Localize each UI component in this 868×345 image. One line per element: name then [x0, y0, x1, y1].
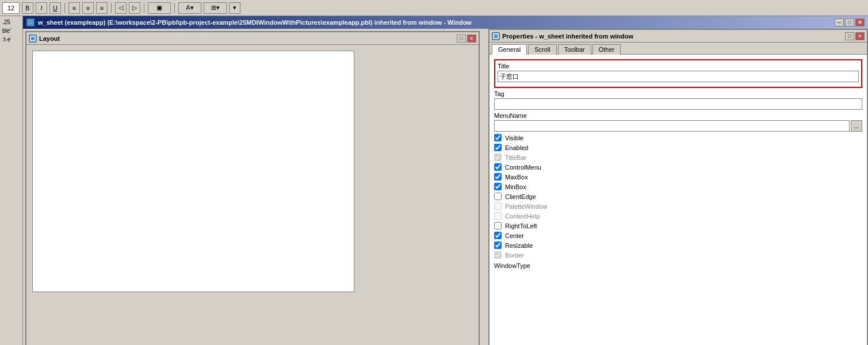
clientedge-label: ClientEdge [505, 193, 536, 200]
layout-panel-title-left: Layout [29, 34, 60, 43]
props-title-left: Properties - w_sheet inherited from wind… [492, 32, 633, 40]
windowtype-label: WindowType [494, 262, 862, 269]
toolbar-btn-3[interactable]: ▣ [148, 2, 171, 14]
props-titlebar: Properties - w_sheet inherited from wind… [490, 30, 867, 43]
maxbox-checkbox[interactable] [494, 173, 502, 181]
tab-general[interactable]: General [492, 44, 527, 55]
left-strip-item-3: :t-e [1, 36, 21, 43]
props-close-button[interactable]: ✕ [855, 32, 865, 40]
separator-2 [111, 3, 112, 13]
title-label: Title [498, 63, 859, 70]
checkbox-maxbox: MaxBox [494, 173, 862, 181]
tag-input[interactable] [494, 98, 862, 110]
minbox-checkbox[interactable] [494, 183, 502, 190]
border-checkbox [494, 251, 502, 259]
menuname-input[interactable] [494, 120, 850, 132]
toolbar-btn-4[interactable]: A▾ [178, 2, 201, 14]
mdi-title-text: w_sheet (exampleapp) (E:\workspace\2-PB\… [38, 19, 835, 26]
separator-1 [64, 3, 65, 13]
layout-panel-buttons: □ ✕ [457, 34, 476, 43]
title-row: Title [498, 63, 859, 82]
palettewindow-checkbox [494, 202, 502, 210]
toolbar-btn-6[interactable]: ▾ [229, 2, 240, 14]
checkbox-border: Border [494, 251, 862, 259]
svg-rect-1 [494, 34, 498, 39]
visible-label: Visible [505, 135, 523, 141]
left-strip-item-2: ble' [1, 27, 21, 34]
menuname-row: MenuName ... [494, 112, 862, 132]
bold-button[interactable]: B [22, 2, 33, 14]
righttoleft-label: RightToLeft [505, 223, 537, 229]
enabled-checkbox[interactable] [494, 144, 502, 151]
main-area: □ w_sheet (exampleapp) (E:\workspace\2-P… [23, 16, 868, 345]
align-left-button[interactable]: ≡ [68, 2, 80, 14]
tab-other[interactable]: Other [592, 44, 621, 55]
tab-scroll[interactable]: Scroll [528, 44, 557, 55]
mdi-title-icon: □ [26, 18, 35, 26]
maxbox-label: MaxBox [505, 174, 528, 181]
controlmenu-checkbox[interactable] [494, 163, 502, 171]
align-right-button[interactable]: ≡ [96, 2, 108, 14]
mdi-titlebar: □ w_sheet (exampleapp) (E:\workspace\2-P… [23, 16, 868, 29]
center-label: Center [505, 232, 524, 239]
font-size-input[interactable] [2, 2, 20, 14]
menuname-ellipsis-button[interactable]: ... [851, 120, 862, 132]
center-checkbox[interactable] [494, 232, 502, 239]
close-button[interactable]: ✕ [855, 18, 865, 26]
checkbox-righttoleft: RightToLeft [494, 222, 862, 229]
toolbar-btn-1[interactable]: ◁ [115, 2, 127, 14]
checkbox-center: Center [494, 232, 862, 239]
separator-3 [144, 3, 144, 13]
contexthelp-label: ContextHelp [505, 213, 540, 220]
separator-4 [174, 3, 175, 13]
italic-button[interactable]: I [36, 2, 47, 14]
titlebar-checkbox [494, 154, 502, 161]
title-input[interactable] [498, 71, 859, 82]
layout-close-button[interactable]: ✕ [467, 34, 476, 43]
checkbox-palettewindow: PaletteWindow [494, 202, 862, 210]
title-highlight: Title [494, 59, 862, 88]
controlmenu-label: ControlMenu [505, 164, 541, 171]
windowtype-row: WindowType [494, 262, 862, 269]
properties-panel: Properties - w_sheet inherited from wind… [488, 29, 868, 345]
resizable-checkbox[interactable] [494, 241, 502, 249]
tag-row: Tag [494, 90, 862, 110]
minimize-button[interactable]: ─ [835, 18, 844, 26]
checkboxes-container: Visible Enabled TitleBar ControlMen [494, 134, 862, 259]
mdi-win-buttons: ─ □ ✕ [835, 18, 865, 26]
underline-button[interactable]: U [49, 2, 61, 14]
tag-label: Tag [494, 90, 862, 97]
resizable-label: Resizable [505, 242, 533, 249]
righttoleft-checkbox[interactable] [494, 222, 502, 229]
minbox-label: MinBox [505, 183, 526, 190]
props-content: Title Tag MenuName ... [490, 55, 867, 276]
toolbar-btn-5[interactable]: ⊞▾ [204, 2, 227, 14]
tab-toolbar[interactable]: Toolbar [558, 44, 591, 55]
props-panel-title: Properties - w_sheet inherited from wind… [502, 33, 633, 40]
menuname-input-row: ... [494, 120, 862, 132]
props-maximize-button[interactable]: □ [845, 32, 854, 40]
props-scroll[interactable]: Title Tag MenuName ... [490, 55, 867, 345]
checkbox-enabled: Enabled [494, 144, 862, 151]
layout-maximize-button[interactable]: □ [457, 34, 466, 43]
layout-panel-title: Layout [39, 35, 60, 42]
maximize-button[interactable]: □ [845, 18, 854, 26]
layout-panel: Layout □ ✕ [25, 31, 480, 345]
checkbox-titlebar: TitleBar [494, 154, 862, 161]
layout-panel-icon [29, 34, 37, 43]
checkbox-minbox: MinBox [494, 183, 862, 190]
clientedge-checkbox[interactable] [494, 193, 502, 200]
left-strip: .25 ble' :t-e [0, 16, 23, 345]
visible-checkbox[interactable] [494, 134, 502, 141]
border-label: Border [505, 252, 524, 259]
palettewindow-label: PaletteWindow [505, 203, 547, 210]
toolbar-btn-2[interactable]: ▷ [129, 2, 140, 14]
enabled-label: Enabled [505, 144, 528, 151]
checkbox-visible: Visible [494, 134, 862, 141]
contexthelp-checkbox [494, 212, 502, 220]
titlebar-label: TitleBar [505, 154, 527, 161]
props-panel-icon [492, 32, 500, 40]
menuname-label: MenuName [494, 112, 862, 119]
align-center-button[interactable]: ≡ [82, 2, 94, 14]
tabs-row: General Scroll Toolbar Other [490, 43, 867, 55]
